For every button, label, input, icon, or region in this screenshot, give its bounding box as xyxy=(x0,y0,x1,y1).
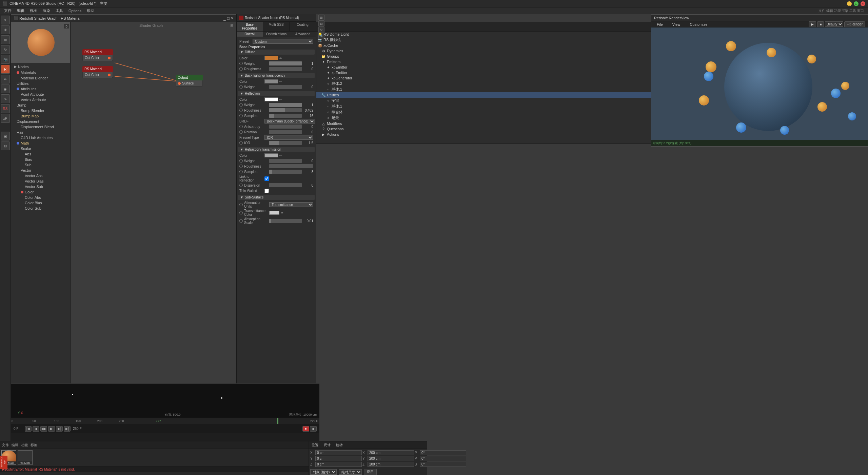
transport-end[interactable]: ▶| xyxy=(64,426,71,432)
sg-min-btn[interactable]: _ xyxy=(223,16,226,21)
toolbar-sculpt[interactable]: ◉ xyxy=(1,84,10,93)
node-item-hair[interactable]: Hair xyxy=(11,130,70,135)
node-item-bump-blender[interactable]: Bump Blender xyxy=(11,108,70,113)
object-dropdown[interactable]: 对象 (相对) xyxy=(310,469,337,475)
subsurface-attenuation-radio[interactable] xyxy=(239,203,243,206)
refraction-header[interactable]: ▼ Refraction/Transmission xyxy=(238,147,315,152)
render-file-menu[interactable]: File xyxy=(654,22,666,26)
backlighting-picker[interactable]: ✏ xyxy=(279,80,282,83)
node-item-abs[interactable]: Abs xyxy=(11,151,70,157)
refraction-picker[interactable]: ✏ xyxy=(279,154,282,157)
diffuse-roughness-slider[interactable] xyxy=(269,67,302,71)
subtab-advanced[interactable]: Advanced xyxy=(290,32,316,37)
menu-view[interactable]: 视图 xyxy=(27,8,40,13)
reflection-anisotropy-radio[interactable] xyxy=(239,125,243,128)
toolbar-redshift[interactable]: RS xyxy=(1,104,10,113)
apply-button[interactable]: 应用 xyxy=(364,469,377,475)
refraction-dispersion-radio[interactable] xyxy=(239,184,243,187)
reflection-samples-slider[interactable] xyxy=(269,114,302,118)
keyframe-btn[interactable]: ◆ xyxy=(310,426,317,432)
scene-mgr-icon-1[interactable]: ⊞ xyxy=(318,15,324,21)
rs-material-node-2[interactable]: RS Material Out Color xyxy=(82,66,113,78)
toolbar-paint[interactable]: ✏ xyxy=(1,75,10,83)
node-item-color[interactable]: Color xyxy=(11,189,70,195)
node-item-vector-bias[interactable]: Vector Bias xyxy=(11,178,70,184)
refraction-roughness-radio[interactable] xyxy=(239,165,243,168)
reflection-color-swatch[interactable] xyxy=(264,97,278,101)
maximize-button[interactable]: □ xyxy=(854,1,859,6)
node-item-vertex-attr[interactable]: Vertex Attribute xyxy=(11,97,70,102)
backlighting-weight-slider[interactable] xyxy=(269,85,302,89)
subsurface-transmittance-swatch[interactable] xyxy=(269,211,279,215)
bottom-tool-2[interactable]: 编辑 xyxy=(12,443,18,448)
subsurface-attenuation-dropdown[interactable]: Transmittance xyxy=(269,202,313,207)
node-item-vector-sub[interactable]: Vector Sub xyxy=(11,184,70,189)
size-dropdown[interactable]: 绝对尺寸 xyxy=(339,469,362,475)
node-item-color-bias[interactable]: Color Bias xyxy=(11,200,70,206)
transport-start[interactable]: |◀ xyxy=(25,426,32,432)
record-btn[interactable]: ● xyxy=(302,426,309,432)
node-item-displacement[interactable]: Displacement xyxy=(11,119,70,124)
node-item-material-blender[interactable]: Material Blender xyxy=(11,75,70,81)
diffuse-weight-slider[interactable] xyxy=(269,61,302,65)
section-header-nodes[interactable]: ▶ Nodes xyxy=(11,63,70,70)
diffuse-header[interactable]: ▼ Diffuse xyxy=(238,50,315,55)
output-node[interactable]: Output Surface xyxy=(176,75,203,87)
node-item-sub[interactable]: Sub xyxy=(11,162,70,168)
sg-close-btn[interactable]: × xyxy=(231,16,233,21)
refraction-samples-slider[interactable] xyxy=(269,170,302,174)
rz-input[interactable] xyxy=(420,462,466,467)
subsurface-absorption-slider[interactable] xyxy=(269,219,302,223)
reflection-rotation-radio[interactable] xyxy=(239,130,243,134)
toolbar-rotate[interactable]: ↻ xyxy=(1,45,10,54)
subsurface-transmittance-radio[interactable] xyxy=(239,211,243,214)
toolbar-viewport[interactable]: ▣ xyxy=(1,132,10,140)
menu-render[interactable]: 渲染 xyxy=(40,8,53,13)
toolbar-xp[interactable]: xP xyxy=(1,114,10,123)
refraction-color-swatch[interactable] xyxy=(264,153,278,157)
node-item-bump-map[interactable]: Bump Map xyxy=(11,113,70,119)
subsurface-header[interactable]: ▼ Sub-Surface xyxy=(238,195,315,200)
node-item-color-sub[interactable]: Color Sub xyxy=(11,206,70,211)
expand-canvas-btn[interactable]: ⊞ xyxy=(230,23,233,28)
reflection-roughness-radio[interactable] xyxy=(239,109,243,112)
node-item-bias[interactable]: Bias xyxy=(11,157,70,162)
diffuse-roughness-radio[interactable] xyxy=(239,67,243,71)
diffuse-color-picker[interactable]: ✏ xyxy=(279,56,282,60)
sg-max-btn[interactable]: □ xyxy=(227,16,230,21)
node-item-utilities[interactable]: Utilities xyxy=(11,81,70,86)
node-item-displacement-blend[interactable]: Displacement Blend xyxy=(11,124,70,130)
node-item-point-attr[interactable]: Point Attribute xyxy=(11,92,70,97)
node-item-c4d-hair[interactable]: C4D Hair Attributes xyxy=(11,135,70,140)
reflection-ior-radio[interactable] xyxy=(239,141,243,145)
material-thumb-2[interactable]: RS Mate xyxy=(18,450,33,465)
subsurface-transmittance-picker[interactable]: ✏ xyxy=(281,211,283,215)
reflection-samples-radio[interactable] xyxy=(239,114,243,117)
transport-play[interactable]: ▶ xyxy=(48,426,55,432)
node-item-math[interactable]: Math xyxy=(11,140,70,146)
subsurface-absorption-radio[interactable] xyxy=(239,219,243,223)
reflection-fresnel-dropdown[interactable]: IOR xyxy=(264,135,313,140)
reflection-picker[interactable]: ✏ xyxy=(279,98,282,101)
backlighting-header[interactable]: ▼ Back-lighting/Translucency xyxy=(238,73,315,78)
x-input[interactable] xyxy=(315,450,362,455)
reflection-anisotropy-slider[interactable] xyxy=(269,125,302,129)
sz-input[interactable] xyxy=(368,462,414,467)
sx-input[interactable] xyxy=(368,450,414,455)
toolbar-move[interactable]: ✥ xyxy=(1,25,10,34)
menu-tools[interactable]: 工具 xyxy=(53,8,66,13)
node-item-bump[interactable]: Bump xyxy=(11,102,70,108)
reflection-header[interactable]: ▼ Reflection xyxy=(238,91,315,96)
sy-input[interactable] xyxy=(368,456,414,461)
node-item-materials[interactable]: Materials xyxy=(11,70,70,75)
node-item-attributes[interactable]: Attributes xyxy=(11,86,70,92)
tab-coating[interactable]: Coating xyxy=(290,22,316,31)
render-stop-btn[interactable]: ■ xyxy=(817,21,824,27)
toolbar-camera[interactable]: 📷 xyxy=(1,55,10,64)
render-zoom-fit[interactable]: Fit Render xyxy=(844,21,865,27)
diffuse-color-swatch[interactable] xyxy=(264,56,278,60)
refraction-weight-slider[interactable] xyxy=(269,159,302,163)
tab-multi-sss[interactable]: Multi-SSS xyxy=(263,22,290,31)
ry-input[interactable] xyxy=(420,456,466,461)
toolbar-render[interactable]: R xyxy=(1,65,10,74)
